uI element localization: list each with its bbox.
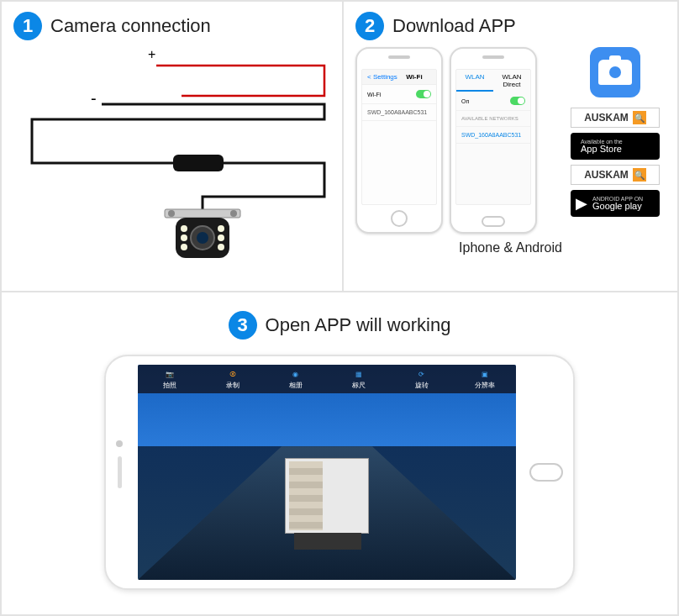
android-home-button <box>482 216 505 227</box>
top-row: 1 Camera connection + - <box>2 2 677 292</box>
ios-wifi-header: < Settings Wi-Fi <box>362 70 436 85</box>
polarity-plus-label: + <box>148 47 155 62</box>
step2-number-badge: 2 <box>355 12 384 40</box>
ios-wifi-network-row: SWD_160A8AABC531 <box>362 104 436 121</box>
camera-lens-glass <box>197 232 208 244</box>
app-store-badge: Available on theApp Store <box>571 133 660 160</box>
app-toolbar: 📷拍照 ⦿录制 ◉相册 ▦标尺 ⟳旋转 ▣分辨率 <box>138 365 516 393</box>
phone-home-button-horizontal <box>529 463 563 482</box>
step1-number-badge: 1 <box>13 12 42 40</box>
led-3 <box>181 244 187 250</box>
google-play-icon: ▶ <box>576 194 587 213</box>
panel-download-app: 2 Download APP < Settings Wi-Fi Wi-Fi <box>344 2 677 292</box>
tool-capture: 📷拍照 <box>138 365 201 393</box>
camera-live-view: 📷拍照 ⦿录制 ◉相册 ▦标尺 ⟳旋转 ▣分辨率 <box>138 365 516 580</box>
wiring-diagram: + - <box>13 45 330 272</box>
step2-heading: 2 Download APP <box>355 12 666 40</box>
platforms-label: Iphone & Android <box>355 240 666 255</box>
ios-wifi-toggle-row: Wi-Fi <box>362 85 436 104</box>
led-6 <box>218 244 224 250</box>
led-1 <box>181 225 187 232</box>
gallery-icon: ◉ <box>290 368 302 380</box>
iphone-screen: < Settings Wi-Fi Wi-Fi SWD_160A8AABC531 <box>361 69 437 205</box>
step3-number-badge: 3 <box>229 311 257 340</box>
tool-resolution: ▣分辨率 <box>453 365 516 393</box>
phone-speaker <box>482 55 504 59</box>
negative-wire <box>32 104 324 163</box>
app-icon-camera-glyph <box>598 60 632 85</box>
mounting-bracket <box>165 209 240 218</box>
google-play-badge: ▶ ANDROID APP ONGoogle play <box>571 190 660 217</box>
tool-rotate: ⟳旋转 <box>390 365 453 393</box>
step3-title: Open APP will working <box>266 314 451 336</box>
phone-speaker-horizontal <box>118 456 122 488</box>
android-screen: WLAN WLAN Direct On AVAILABLE NETWORKS S… <box>455 69 531 205</box>
android-net-header: AVAILABLE NETWORKS <box>456 111 530 127</box>
wiring-svg <box>13 45 333 272</box>
tab-wlan: WLAN <box>456 70 493 92</box>
camera-icon: 📷 <box>164 368 176 380</box>
led-4 <box>218 225 224 232</box>
android-wifi-toggle-row: On <box>456 92 530 111</box>
search-icon: 🔍 <box>633 168 646 182</box>
android-network-row: SWD_160A8AABC531 <box>456 127 530 144</box>
android-mockup: WLAN WLAN Direct On AVAILABLE NETWORKS S… <box>450 47 537 234</box>
android-network-name: SWD_160A8AABC531 <box>461 132 521 138</box>
positive-wire <box>156 66 324 96</box>
tool-record: ⦿录制 <box>201 365 264 393</box>
iphone-home-button <box>391 210 408 227</box>
auskam-badge-googleplay: AUSKAM 🔍 <box>571 165 660 185</box>
ruler-icon: ▦ <box>353 368 365 380</box>
badges-column: AUSKAM 🔍 Available on theApp Store AUSKA… <box>565 47 666 217</box>
led-5 <box>218 234 224 241</box>
auskam-badge-appstore: AUSKAM 🔍 <box>571 108 660 128</box>
ios-wifi-title: Wi-Fi <box>406 73 422 81</box>
wifi-toggle-icon <box>416 90 431 98</box>
step2-title: Download APP <box>392 15 516 37</box>
record-icon: ⦿ <box>227 368 239 380</box>
tab-wlan-direct: WLAN Direct <box>493 70 530 92</box>
phone-speaker <box>388 55 410 59</box>
bracket-screw-left <box>168 210 175 217</box>
inline-transmitter <box>173 155 224 171</box>
panel-open-app: 3 Open APP will working 📷拍照 ⦿录制 ◉相册 ▦标尺 … <box>2 292 677 614</box>
ios-network-name: SWD_160A8AABC531 <box>367 109 427 115</box>
android-on-label: On <box>461 98 469 104</box>
bracket-screw-right <box>230 210 237 217</box>
step1-heading: 1 Camera connection <box>13 12 330 40</box>
android-tabs: WLAN WLAN Direct <box>456 70 530 92</box>
phones-row: < Settings Wi-Fi Wi-Fi SWD_160A8AABC531 <box>355 47 666 234</box>
panel-camera-connection: 1 Camera connection + - <box>2 2 344 292</box>
tool-gallery: ◉相册 <box>264 365 327 393</box>
resolution-icon: ▣ <box>479 368 491 380</box>
wifi-on-label: Wi-Fi <box>367 92 381 97</box>
ios-back-link: < Settings <box>367 73 397 81</box>
step3-heading: 3 Open APP will working <box>13 311 666 340</box>
search-icon: 🔍 <box>633 111 646 124</box>
tool-ruler: ▦标尺 <box>327 365 390 393</box>
horizontal-phone-mockup: 📷拍照 ⦿录制 ◉相册 ▦标尺 ⟳旋转 ▣分辨率 <box>104 355 575 590</box>
truck-graphic <box>285 458 369 534</box>
step1-title: Camera connection <box>50 15 211 37</box>
iphone-mockup: < Settings Wi-Fi Wi-Fi SWD_160A8AABC531 <box>355 47 443 234</box>
led-2 <box>181 234 187 241</box>
horizontal-screen: 📷拍照 ⦿录制 ◉相册 ▦标尺 ⟳旋转 ▣分辨率 <box>138 365 516 580</box>
wifi-toggle-icon <box>510 97 525 105</box>
app-icon <box>590 47 640 97</box>
phone-front-camera <box>116 440 123 447</box>
polarity-minus-label: - <box>91 89 97 108</box>
rotate-icon: ⟳ <box>416 368 428 380</box>
instruction-card: 1 Camera connection + - <box>0 0 679 616</box>
